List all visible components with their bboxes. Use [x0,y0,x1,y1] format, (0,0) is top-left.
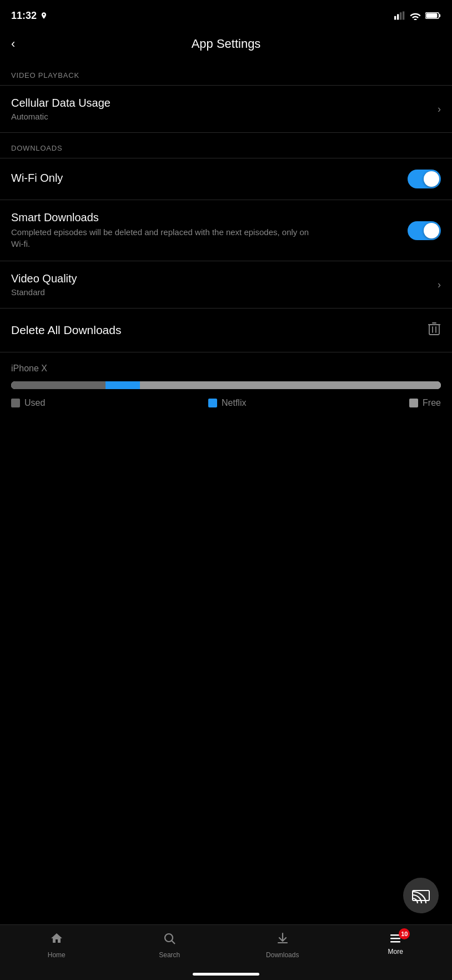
status-time: 11:32 [11,10,48,22]
video-quality-subtitle: Standard [11,287,438,297]
toggle-knob [424,171,439,187]
wifi-only-toggle[interactable] [408,170,441,188]
video-quality-row[interactable]: Video Quality Standard › [0,261,452,309]
svg-rect-2 [400,12,401,19]
storage-bar [11,381,441,389]
video-playback-section-header: VIDEO PLAYBACK [0,60,452,85]
video-quality-title: Video Quality [11,272,438,285]
tab-bar: Home Search Downloads 10 [0,924,452,980]
cellular-data-subtitle: Automatic [11,112,438,121]
status-icons [394,11,441,20]
legend-dot-used [11,399,20,407]
legend-used: Used [11,398,45,408]
legend-netflix-label: Netflix [222,398,246,408]
wifi-icon [410,11,421,20]
svg-point-13 [165,934,173,942]
svg-rect-18 [390,941,400,943]
chevron-icon: › [438,103,441,115]
svg-line-14 [172,941,175,944]
storage-bar-used [11,381,106,389]
downloads-section-header: DOWNLOADS [0,133,452,158]
storage-bar-free [140,381,441,389]
legend-netflix: Netflix [208,398,246,408]
battery-icon [425,11,441,20]
back-button[interactable]: ‹ [11,37,15,51]
tab-downloads[interactable]: Downloads [226,932,339,959]
svg-rect-3 [403,12,404,20]
tab-search[interactable]: Search [113,932,227,959]
legend-dot-netflix [208,399,217,407]
tab-search-label: Search [159,951,180,959]
toggle-knob-smart [424,223,439,238]
smart-downloads-toggle[interactable] [408,221,441,240]
page-title: App Settings [192,37,261,51]
nav-header: ‹ App Settings [0,28,452,60]
search-icon [163,932,176,948]
signal-icon [394,11,405,20]
storage-legend: Used Netflix Free [11,398,441,408]
cellular-data-title: Cellular Data Usage [11,97,438,110]
chevron-icon-quality: › [438,279,441,291]
svg-rect-5 [439,14,441,17]
delete-all-row[interactable]: Delete All Downloads [0,309,452,352]
cast-button[interactable] [403,878,439,913]
tab-more-label: More [388,948,403,956]
svg-rect-0 [394,16,396,20]
storage-bar-netflix [106,381,140,389]
legend-used-label: Used [24,398,45,408]
delete-all-title: Delete All Downloads [11,324,121,337]
status-bar: 11:32 [0,0,452,28]
svg-rect-7 [429,325,439,335]
legend-dot-free [409,399,418,407]
smart-downloads-subtitle: Completed episodes will be deleted and r… [11,226,322,250]
home-icon [50,932,63,948]
home-indicator [193,973,259,976]
tab-more[interactable]: 10 More [339,932,453,956]
cellular-data-row[interactable]: Cellular Data Usage Automatic › [0,86,452,133]
storage-section: iPhone X Used Netflix Free [0,352,452,414]
more-badge: 10 [399,928,410,939]
tab-downloads-label: Downloads [266,951,299,959]
cast-icon [412,888,430,903]
svg-rect-6 [426,13,437,18]
wifi-only-title: Wi-Fi Only [11,172,408,185]
svg-rect-1 [397,14,399,20]
clock: 11:32 [11,10,37,22]
tab-home-label: Home [48,951,66,959]
svg-rect-17 [390,938,400,939]
smart-downloads-title: Smart Downloads [11,211,408,224]
trash-icon [428,321,441,340]
tab-more-badge-container: 10 [389,932,402,945]
legend-free: Free [409,398,441,408]
storage-device-label: iPhone X [11,364,441,374]
legend-free-label: Free [423,398,441,408]
wifi-only-row[interactable]: Wi-Fi Only [0,158,452,200]
location-icon [40,12,48,19]
tab-home[interactable]: Home [0,932,113,959]
smart-downloads-row[interactable]: Smart Downloads Completed episodes will … [0,200,452,261]
downloads-icon [276,932,289,948]
